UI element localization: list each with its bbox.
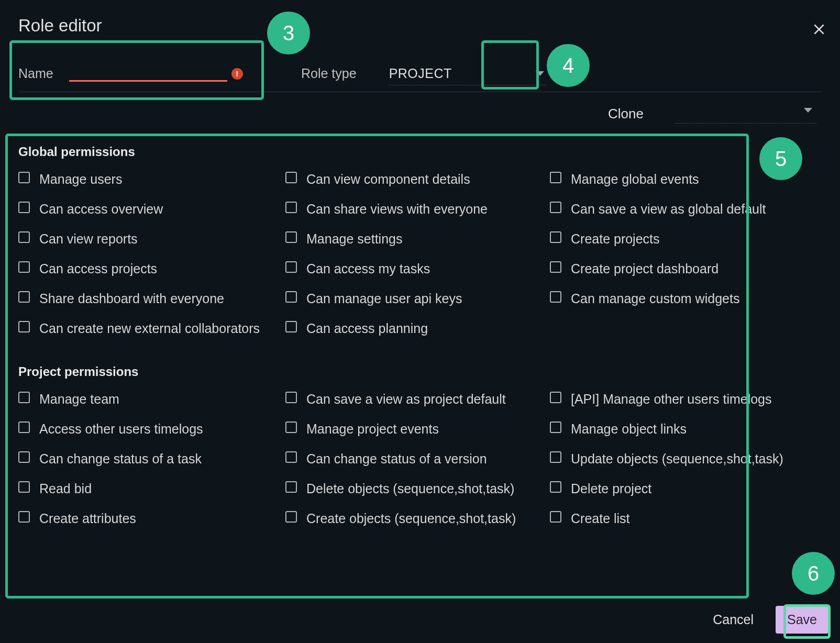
- global-perm-item[interactable]: Manage users: [18, 172, 285, 187]
- perm-label: Can share views with everyone: [306, 202, 488, 217]
- global-perm-item[interactable]: Can access planning: [285, 321, 550, 336]
- role-type-group: Role type PROJECT: [301, 62, 546, 85]
- global-perm-item[interactable]: Can view reports: [18, 231, 285, 247]
- perm-label: Can access my tasks: [306, 261, 430, 276]
- perm-label: Delete project: [571, 481, 651, 496]
- checkbox[interactable]: [18, 261, 30, 273]
- project-perm-item[interactable]: Manage team: [18, 392, 285, 407]
- global-perm-item[interactable]: Create project dashboard: [550, 261, 822, 276]
- project-perm-item[interactable]: Manage project events: [285, 422, 550, 437]
- perm-label: Manage project events: [306, 422, 439, 437]
- perm-label: Manage users: [39, 172, 122, 187]
- perm-label: Can save a view as project default: [306, 392, 506, 407]
- project-perm-item[interactable]: Can change status of a task: [18, 451, 285, 467]
- project-perm-item[interactable]: Can change status of a version: [285, 451, 550, 467]
- perm-label: Can view component details: [306, 172, 470, 187]
- project-perm-item[interactable]: Delete objects (sequence,shot,task): [285, 481, 550, 496]
- global-perm-item[interactable]: Can access projects: [18, 261, 285, 276]
- global-perm-item[interactable]: Can access overview: [18, 202, 285, 217]
- checkbox[interactable]: [550, 231, 561, 243]
- checkbox[interactable]: [18, 511, 30, 523]
- checkbox[interactable]: [550, 392, 561, 403]
- global-perm-item[interactable]: Can manage user api keys: [285, 291, 550, 306]
- name-input[interactable]: [69, 66, 227, 82]
- checkbox[interactable]: [550, 261, 561, 273]
- project-perm-item[interactable]: Access other users timelogs: [18, 422, 285, 437]
- checkbox[interactable]: [285, 321, 297, 332]
- perm-label: Can manage custom widgets: [571, 291, 739, 306]
- global-perm-item[interactable]: Can view component details: [285, 172, 550, 187]
- checkbox[interactable]: [285, 291, 297, 303]
- global-perm-item[interactable]: Can manage custom widgets: [550, 291, 822, 306]
- checkbox[interactable]: [550, 451, 561, 463]
- checkbox[interactable]: [18, 172, 30, 183]
- checkbox[interactable]: [18, 422, 30, 433]
- project-perm-item[interactable]: Read bid: [18, 481, 285, 496]
- global-perm-item[interactable]: Share dashboard with everyone: [18, 291, 285, 306]
- perm-label: Can access overview: [39, 202, 163, 217]
- global-perm-item[interactable]: Can share views with everyone: [285, 202, 550, 217]
- close-icon: [812, 23, 826, 36]
- project-perm-item[interactable]: Delete project: [550, 481, 822, 496]
- perm-label: Delete objects (sequence,shot,task): [306, 481, 514, 496]
- checkbox[interactable]: [285, 392, 297, 403]
- project-permissions-heading: Project permissions: [18, 364, 822, 379]
- perm-label: Can access planning: [306, 321, 428, 336]
- perm-label: Read bid: [39, 481, 92, 496]
- project-perm-item[interactable]: Can save a view as project default: [285, 392, 550, 407]
- project-perm-item[interactable]: Update objects (sequence,shot,task): [550, 451, 822, 467]
- global-permissions-section: Global permissions Manage usersCan view …: [18, 145, 822, 336]
- close-button[interactable]: [810, 20, 828, 39]
- project-perm-item[interactable]: Manage object links: [550, 422, 822, 437]
- checkbox[interactable]: [550, 291, 561, 303]
- checkbox[interactable]: [285, 231, 297, 243]
- checkbox[interactable]: [550, 481, 561, 493]
- project-perm-item[interactable]: Create attributes: [18, 511, 285, 526]
- checkbox[interactable]: [285, 511, 297, 523]
- project-perm-item[interactable]: [API] Manage other users timelogs: [550, 392, 822, 407]
- global-perm-item[interactable]: Can access my tasks: [285, 261, 550, 276]
- checkbox[interactable]: [18, 321, 30, 332]
- checkbox[interactable]: [18, 231, 30, 243]
- form-row: Name ! Role type PROJECT: [18, 56, 822, 92]
- project-permissions-section: Project permissions Manage teamCan save …: [18, 364, 822, 526]
- checkbox[interactable]: [18, 202, 30, 213]
- clone-row: Clone: [18, 92, 822, 135]
- perm-label: Can change status of a version: [306, 451, 487, 467]
- checkbox[interactable]: [18, 392, 30, 403]
- checkbox[interactable]: [550, 172, 561, 183]
- checkbox[interactable]: [285, 172, 297, 183]
- save-button[interactable]: Save: [776, 606, 828, 634]
- checkbox[interactable]: [18, 451, 30, 463]
- global-perm-item[interactable]: Manage global events: [550, 172, 822, 187]
- role-type-label: Role type: [301, 66, 357, 81]
- checkbox[interactable]: [285, 451, 297, 463]
- checkbox[interactable]: [550, 511, 561, 523]
- perm-label: [API] Manage other users timelogs: [571, 392, 772, 407]
- checkbox[interactable]: [285, 202, 297, 213]
- dialog-title: Role editor: [18, 16, 822, 36]
- checkbox[interactable]: [550, 202, 561, 213]
- checkbox[interactable]: [285, 481, 297, 493]
- global-perm-item[interactable]: Manage settings: [285, 231, 550, 247]
- perm-label: Update objects (sequence,shot,task): [571, 451, 783, 467]
- global-perm-item[interactable]: Can save a view as global default: [550, 202, 822, 217]
- project-perm-item[interactable]: Create list: [550, 511, 822, 526]
- project-perm-item[interactable]: Create objects (sequence,shot,task): [285, 511, 550, 526]
- cancel-button[interactable]: Cancel: [701, 606, 765, 634]
- perm-label: Manage team: [39, 392, 119, 407]
- checkbox[interactable]: [550, 422, 561, 433]
- global-perm-item[interactable]: Create projects: [550, 231, 822, 247]
- clone-select[interactable]: [675, 104, 816, 124]
- role-type-select[interactable]: PROJECT: [389, 62, 546, 85]
- checkbox[interactable]: [285, 261, 297, 273]
- dialog-footer: Cancel Save: [701, 606, 828, 634]
- global-permissions-heading: Global permissions: [18, 145, 822, 159]
- global-perm-item[interactable]: Can create new external collaborators: [18, 321, 285, 336]
- checkbox[interactable]: [285, 422, 297, 433]
- checkbox[interactable]: [18, 291, 30, 303]
- perm-label: Create objects (sequence,shot,task): [306, 511, 516, 526]
- name-label: Name: [18, 66, 53, 81]
- checkbox[interactable]: [18, 481, 30, 493]
- perm-label: Can view reports: [39, 231, 138, 247]
